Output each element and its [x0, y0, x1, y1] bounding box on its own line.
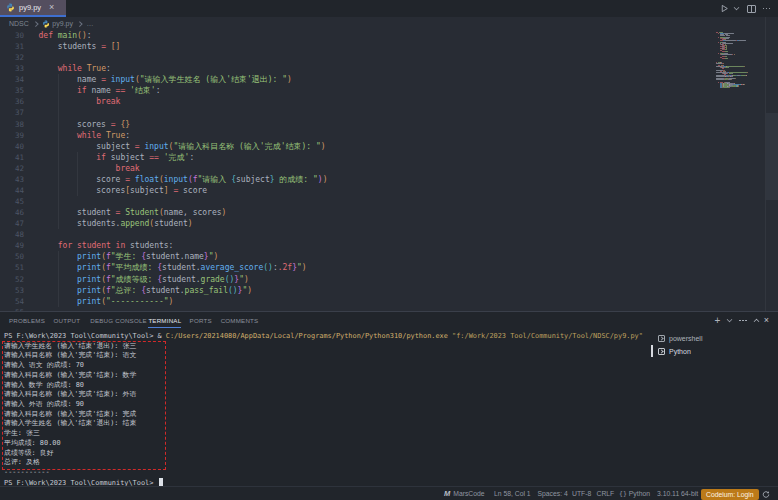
terminal-line: 请输入学生姓名 (输入'结束'退出): 张三 — [4, 342, 136, 352]
status-item-indentation[interactable]: Spaces: 4 — [538, 487, 568, 500]
terminal-line: 总评: 及格 — [4, 458, 40, 468]
terminal-list-label: Python — [669, 348, 691, 355]
chevron-down-icon[interactable] — [727, 317, 733, 323]
panel-tab-output[interactable]: OUTPUT — [54, 313, 81, 329]
line-number: 44 — [0, 185, 24, 196]
line-number: 34 — [0, 74, 24, 85]
terminal-list: powershellPython — [650, 329, 778, 487]
terminal-line: 成绩等级: 良好 — [4, 449, 54, 459]
line-number: 32 — [0, 52, 24, 63]
close-icon[interactable]: × — [49, 3, 54, 12]
terminal-line: 请输入学生姓名 (输入'结束'退出): 结束 — [4, 419, 136, 429]
indent-guide — [58, 251, 59, 306]
status-bar: MMarsCodeLn 58, Col 1Spaces: 4UTF-8CRLF{… — [0, 486, 778, 500]
line-number: 52 — [0, 274, 24, 285]
status-item-marscode[interactable]: MMarsCode — [444, 487, 485, 500]
line-number: 39 — [0, 130, 24, 141]
status-label: UTF-8 — [572, 487, 591, 500]
panel-tab-comments[interactable]: COMMENTS — [221, 313, 259, 329]
status-item-cursor-position[interactable]: Ln 58, Col 1 — [494, 487, 531, 500]
status-label: Python — [629, 487, 650, 500]
terminal-line: 请输入 数学 的成绩: 80 — [4, 381, 84, 391]
terminal-line: 请输入科目名称 (输入'完成'结束): 数学 — [4, 371, 136, 381]
line-number: 43 — [0, 174, 24, 185]
status-label: MarsCode — [453, 487, 484, 500]
terminal-line: 学生: 张三 — [4, 429, 40, 439]
status-label: 3.10.11 64-bit — [657, 487, 698, 500]
line-number: 30 — [0, 30, 24, 41]
line-number: 36 — [0, 96, 24, 107]
split-editor-icon[interactable] — [747, 5, 756, 13]
braces-icon: {} — [619, 487, 627, 500]
vscode-window: py9.py × NDSC py9.py … 30def main():31 s… — [0, 0, 778, 500]
status-item-language-mode[interactable]: {}Python — [619, 487, 650, 500]
line-number: 47 — [0, 218, 24, 229]
terminal-icon — [658, 348, 665, 355]
terminal-list-label: powershell — [669, 335, 702, 342]
line-number: 33 — [0, 63, 24, 74]
panel-tab-debug-console[interactable]: DEBUG CONSOLE — [90, 313, 147, 329]
terminal-line: PS F:\Work\2023 Tool\Community\Tool> & C… — [4, 332, 643, 342]
line-number: 53 — [0, 285, 24, 296]
terminal-line: 请输入科目名称 (输入'完成'结束): 外语 — [4, 390, 136, 400]
line-number: 46 — [0, 207, 24, 218]
line-number: 31 — [0, 41, 24, 52]
scrollbar-thumb[interactable] — [766, 113, 778, 200]
python-icon — [6, 3, 15, 12]
status-item-sync[interactable] — [762, 487, 770, 500]
close-icon[interactable]: × — [764, 316, 769, 325]
editor-tab-bar: py9.py × — [0, 0, 778, 17]
marscode-icon: M — [444, 487, 449, 500]
terminal-line: 请输入科目名称 (输入'完成'结束): 完成 — [4, 410, 136, 420]
active-terminal-indicator — [651, 345, 653, 357]
run-icon[interactable] — [720, 4, 729, 13]
panel-tab-ports[interactable]: PORTS — [190, 313, 212, 329]
editor-actions — [720, 0, 771, 17]
plus-icon[interactable]: + — [714, 316, 720, 326]
terminal-icon — [658, 335, 665, 342]
line-number: 49 — [0, 240, 24, 251]
ellipsis-icon[interactable] — [763, 8, 771, 10]
line-number: 40 — [0, 141, 24, 152]
line-number: 37 — [0, 107, 24, 118]
panel-tab-problems[interactable]: PROBLEMS — [9, 313, 45, 329]
line-number: 42 — [0, 163, 24, 174]
terminal-line: 平均成绩: 80.00 — [4, 439, 61, 449]
line-number: 35 — [0, 85, 24, 96]
indent-guide — [77, 152, 78, 196]
status-item-eol[interactable]: CRLF — [597, 487, 615, 500]
terminal-cursor — [159, 478, 163, 486]
terminal-list-item-python[interactable]: Python — [658, 345, 691, 358]
line-number: 50 — [0, 251, 24, 262]
terminal-line: 请输入 语文 的成绩: 70 — [4, 361, 84, 371]
panel-actions: + × — [714, 312, 769, 329]
line-number: 45 — [0, 196, 24, 207]
bottom-panel: PROBLEMSOUTPUTDEBUG CONSOLETERMINALPORTS… — [0, 311, 778, 486]
chevron-down-icon[interactable] — [733, 5, 739, 11]
status-label: Ln 58, Col 1 — [494, 487, 531, 500]
line-number: 38 — [0, 119, 24, 130]
status-label: CRLF — [597, 487, 615, 500]
status-item-encoding[interactable]: UTF-8 — [572, 487, 591, 500]
status-label: Spaces: 4 — [538, 487, 568, 500]
line-number: 48 — [0, 229, 24, 240]
ellipsis-icon[interactable] — [739, 320, 747, 322]
tab-py9[interactable]: py9.py × — [0, 0, 66, 17]
line-number: 54 — [0, 296, 24, 307]
status-item-codeium-login[interactable]: Codeium: Login — [701, 487, 759, 500]
terminal-output[interactable]: PS F:\Work\2023 Tool\Community\Tool> & C… — [0, 329, 650, 487]
code-editor[interactable]: 30def main():31 students = []3233 while … — [0, 17, 778, 311]
indent-guide — [58, 74, 59, 229]
codeium-login-badge: Codeium: Login — [701, 489, 759, 500]
line-number: 41 — [0, 152, 24, 163]
status-item-python-interpreter[interactable]: 3.10.11 64-bit — [657, 487, 698, 500]
terminal-line: ----------- — [4, 468, 50, 478]
tab-label: py9.py — [19, 3, 41, 12]
terminal-list-item-powershell[interactable]: powershell — [658, 332, 702, 345]
minimap[interactable] — [712, 22, 764, 102]
line-number: 51 — [0, 262, 24, 273]
terminal-line: 请输入科目名称 (输入'完成'结束): 语文 — [4, 351, 136, 361]
terminal-line: 请输入 外语 的成绩: 90 — [4, 400, 84, 410]
panel-tab-terminal[interactable]: TERMINAL — [148, 313, 181, 329]
chevron-up-icon[interactable] — [753, 319, 759, 325]
